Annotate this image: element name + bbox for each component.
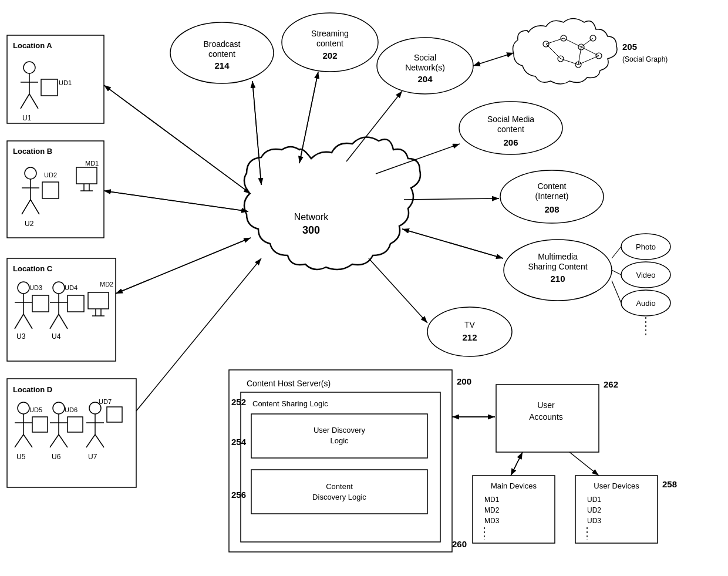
- photo-label: Photo: [636, 242, 656, 251]
- broadcast-content-node: Broadcast content 214: [170, 22, 274, 83]
- ud6-label: UD6: [65, 406, 77, 413]
- content-internet-number: 208: [544, 204, 559, 214]
- photo-node: Photo: [621, 234, 670, 260]
- md2-label-c: MD2: [100, 281, 113, 288]
- location-b-box: Location B MD1 U2 UD2: [7, 141, 104, 238]
- network-number: 300: [302, 224, 320, 236]
- broadcast-label2: content: [208, 49, 235, 59]
- social-network-number: 204: [417, 74, 433, 84]
- user-u5-label: U5: [16, 453, 26, 461]
- md2-item: MD2: [484, 506, 500, 514]
- ud5-label: UD5: [29, 406, 42, 413]
- svg-rect-39: [42, 182, 59, 198]
- location-a-label: Location A: [13, 41, 52, 50]
- user-u4-label: U4: [52, 332, 61, 341]
- ud1-label: UD1: [59, 79, 72, 86]
- content-sharing-number: 252: [231, 397, 246, 407]
- content-discovery-label: Content: [326, 482, 353, 491]
- ud4-label-c: UD4: [65, 284, 77, 291]
- svg-rect-61: [7, 379, 136, 487]
- tv-number: 212: [462, 332, 477, 342]
- svg-rect-86: [251, 470, 427, 514]
- social-graph-label: (Social Graph): [622, 55, 668, 63]
- user-discovery-label: User Discovery: [314, 426, 366, 434]
- user-discovery-label2: Logic: [330, 436, 349, 445]
- tv-label: TV: [464, 320, 476, 329]
- ud2-label: UD2: [44, 171, 57, 178]
- audio-node: Audio: [621, 290, 670, 316]
- social-network-node: Social Network(s) 204: [377, 38, 473, 94]
- user-accounts-label: User: [537, 400, 555, 410]
- tv-node: TV 212: [427, 307, 512, 356]
- location-c-label: Location C: [13, 264, 53, 273]
- streaming-number: 202: [322, 50, 337, 60]
- content-internet-node: Content (Internet) 208: [500, 170, 604, 223]
- video-label: Video: [636, 271, 655, 279]
- content-host-number: 200: [457, 376, 471, 386]
- multimedia-node: Multimedia Sharing Content 210: [504, 240, 612, 301]
- user-devices-label: User Devices: [594, 481, 639, 490]
- svg-rect-32: [41, 79, 58, 96]
- video-node: Video: [621, 262, 670, 288]
- svg-rect-56: [68, 295, 84, 312]
- location-d-box: Location D U5 UD5 U6 UD6 U7 UD7: [7, 379, 136, 487]
- multimedia-label: Multimedia: [538, 252, 578, 261]
- user-discovery-number: 254: [231, 437, 247, 447]
- location-d-label: Location D: [13, 385, 52, 394]
- svg-rect-57: [88, 292, 109, 309]
- audio-label: Audio: [636, 299, 655, 308]
- social-network-label: Social: [414, 53, 436, 62]
- ud1-item: UD1: [587, 496, 601, 504]
- location-b-label: Location B: [13, 147, 52, 156]
- broadcast-label: Broadcast: [203, 39, 240, 49]
- md1-item: MD1: [484, 496, 500, 504]
- ud3-label-c: UD3: [29, 284, 42, 291]
- ud3-item: UD3: [587, 517, 601, 525]
- svg-rect-40: [76, 167, 97, 184]
- broadcast-number: 214: [214, 60, 230, 70]
- social-media-label2: content: [497, 124, 524, 134]
- social-media-label: Social Media: [487, 114, 534, 124]
- user-devices-number: 258: [662, 479, 677, 489]
- user-u2-label: U2: [25, 220, 34, 228]
- location-c-box: Location C MD2 U3 UD3 U4 UD4: [7, 258, 116, 361]
- user-accounts-number: 262: [604, 379, 618, 389]
- user-accounts-label2: Accounts: [529, 412, 563, 422]
- main-devices-number: 260: [452, 539, 467, 549]
- social-media-node: Social Media content 206: [459, 102, 562, 154]
- ud2-item: UD2: [587, 506, 601, 514]
- user-u6-label: U6: [52, 453, 61, 461]
- user-u1-label: U1: [22, 114, 32, 122]
- user-u7-label: U7: [88, 453, 97, 461]
- streaming-label: Streaming: [311, 29, 349, 38]
- svg-rect-79: [107, 407, 122, 422]
- md1-label: MD1: [85, 160, 99, 167]
- user-u3-label: U3: [16, 332, 26, 341]
- md3-item: MD3: [484, 517, 500, 525]
- content-host-server-box: Content Host Server(s) 200 Content Shari…: [229, 370, 471, 552]
- multimedia-label2: Sharing Content: [528, 262, 587, 271]
- location-a-box: Location A U1 UD1: [7, 35, 104, 123]
- main-devices-label: Main Devices: [491, 481, 537, 490]
- content-discovery-label2: Discovery Logic: [312, 493, 366, 501]
- svg-rect-67: [32, 417, 48, 432]
- content-discovery-number: 256: [231, 490, 246, 500]
- svg-point-22: [427, 307, 512, 356]
- svg-rect-50: [32, 295, 49, 312]
- social-media-number: 206: [503, 137, 518, 147]
- social-network-label2: Network(s): [405, 63, 445, 72]
- content-internet-label: Content: [537, 181, 566, 191]
- content-internet-label2: (Internet): [535, 191, 569, 201]
- content-host-label: Content Host Server(s): [247, 379, 331, 388]
- svg-rect-73: [68, 417, 83, 432]
- content-sharing-label: Content Sharing Logic: [252, 399, 328, 408]
- network-label: Network: [294, 212, 329, 222]
- multimedia-number: 210: [550, 274, 565, 284]
- streaming-label2: content: [316, 39, 343, 48]
- ud7-label: UD7: [99, 398, 112, 405]
- social-graph-number: 205: [622, 42, 637, 52]
- streaming-content-node: Streaming content 202: [282, 13, 378, 72]
